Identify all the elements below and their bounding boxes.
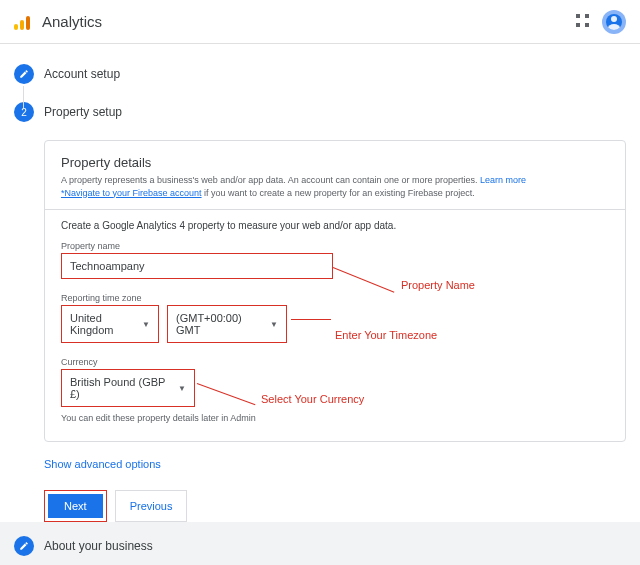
step-number-icon: 2: [14, 102, 34, 122]
firebase-link[interactable]: *Navigate to your Firebase account: [61, 188, 202, 198]
apps-grid-icon[interactable]: [576, 14, 592, 30]
learn-more-link[interactable]: Learn more: [480, 175, 526, 185]
annotation-currency: Select Your Currency: [261, 393, 364, 405]
property-name-label: Property name: [61, 241, 609, 251]
timezone-offset-select[interactable]: (GMT+00:00) GMT▼: [167, 305, 287, 343]
edit-note: You can edit these property details late…: [61, 413, 609, 423]
currency-label: Currency: [61, 357, 609, 367]
annotation-timezone: Enter Your Timezone: [335, 329, 437, 341]
header-left: Analytics: [14, 12, 102, 32]
step-about-label: About your business: [44, 539, 153, 553]
advanced-options-link[interactable]: Show advanced options: [44, 458, 626, 470]
step-about-business[interactable]: About your business: [0, 522, 640, 565]
next-button[interactable]: Next: [48, 494, 103, 518]
edit-icon: [14, 536, 34, 556]
annotation-next-highlight: Next: [44, 490, 107, 522]
property-details-card: Property details A property represents a…: [44, 140, 626, 442]
edit-icon: [14, 64, 34, 84]
chevron-down-icon: ▼: [178, 384, 186, 393]
user-avatar[interactable]: [602, 10, 626, 34]
card-instruction: Create a Google Analytics 4 property to …: [61, 220, 609, 231]
annotation-property: Property Name: [401, 279, 475, 291]
step-account-label: Account setup: [44, 67, 120, 81]
app-header: Analytics: [0, 0, 640, 44]
currency-select[interactable]: British Pound (GBP £)▼: [61, 369, 195, 407]
card-title: Property details: [61, 155, 609, 170]
chevron-down-icon: ▼: [270, 320, 278, 329]
property-name-input[interactable]: Technoampany: [61, 253, 333, 279]
previous-button[interactable]: Previous: [115, 490, 188, 522]
step-property: 2 Property setup: [14, 102, 626, 122]
nav-buttons: Next Previous: [44, 490, 626, 522]
app-title: Analytics: [42, 13, 102, 30]
analytics-logo-icon: [14, 12, 34, 32]
chevron-down-icon: ▼: [142, 320, 150, 329]
timezone-country-select[interactable]: United Kingdom▼: [61, 305, 159, 343]
step-property-label: Property setup: [44, 105, 122, 119]
timezone-label: Reporting time zone: [61, 293, 609, 303]
card-description: A property represents a business's web a…: [61, 174, 609, 199]
step-account[interactable]: Account setup: [14, 64, 626, 84]
